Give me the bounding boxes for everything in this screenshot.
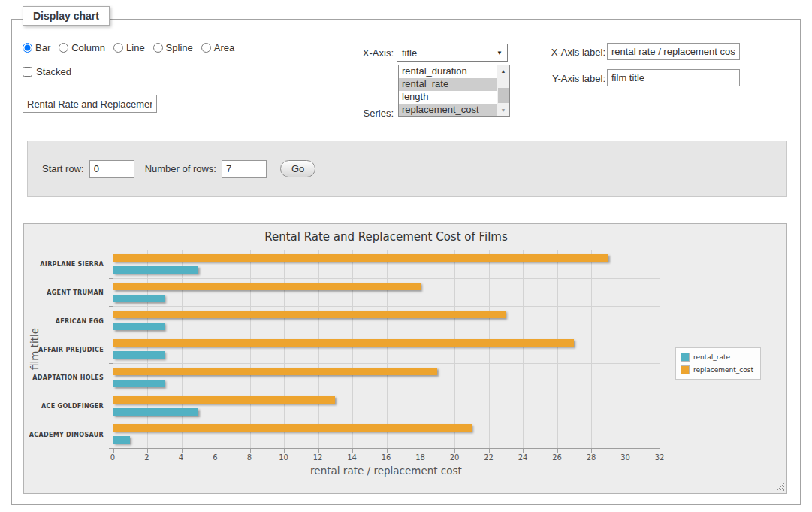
category-band-3 bbox=[113, 335, 660, 363]
radio-label-spline: Spline bbox=[166, 42, 193, 53]
series-listbox-label: Series: bbox=[312, 108, 394, 119]
listbox-option-replacement_cost[interactable]: replacement_cost bbox=[399, 104, 497, 116]
bar-replacement_cost bbox=[113, 424, 472, 432]
category-band-5 bbox=[113, 392, 660, 420]
category-band-2 bbox=[113, 306, 660, 335]
bar-rental_rate bbox=[113, 436, 130, 444]
radio-label-column: Column bbox=[71, 42, 105, 53]
scrollbar-thumb[interactable] bbox=[498, 88, 509, 103]
x-tick-label: 0 bbox=[110, 453, 115, 462]
bar-replacement_cost bbox=[113, 396, 335, 404]
x-axis-tick-mark bbox=[626, 449, 626, 453]
x-tick-label: 26 bbox=[552, 453, 562, 462]
category-label: ACADEMY DINOSAUR bbox=[20, 432, 104, 438]
y-axis-tick-mark bbox=[109, 392, 113, 392]
bar-replacement_cost bbox=[113, 311, 506, 318]
start-row-label: Start row: bbox=[42, 163, 84, 174]
category-label: ADAPTATION HOLES bbox=[20, 374, 104, 381]
y-axis-tick-mark bbox=[109, 420, 113, 420]
x-axis-label-input[interactable] bbox=[607, 43, 740, 60]
x-axis-tick-mark bbox=[147, 449, 148, 453]
series-listbox[interactable]: rental_durationrental_ratelengthreplacem… bbox=[398, 65, 510, 117]
x-tick-label: 8 bbox=[247, 453, 252, 462]
stacked-checkbox[interactable] bbox=[23, 67, 32, 77]
radio-spline[interactable] bbox=[153, 43, 163, 53]
x-axis-tick-mark bbox=[318, 449, 319, 453]
stacked-label: Stacked bbox=[36, 66, 71, 77]
y-axis-tick-mark bbox=[109, 448, 113, 449]
x-axis-tick-mark bbox=[182, 449, 183, 453]
radio-column[interactable] bbox=[59, 43, 68, 53]
radio-bar[interactable] bbox=[23, 43, 32, 53]
y-axis-tick-mark bbox=[109, 250, 113, 250]
radio-label-line: Line bbox=[126, 42, 145, 53]
x-tick-label: 30 bbox=[620, 453, 630, 462]
x-tick-label: 14 bbox=[347, 453, 357, 462]
resize-handle-icon[interactable] bbox=[776, 483, 784, 491]
x-tick-label: 12 bbox=[313, 453, 323, 462]
x-tick-label: 28 bbox=[587, 453, 596, 462]
chart-x-axis-title: rental rate / replacement cost bbox=[113, 465, 660, 477]
chart-legend: rental_ratereplacement_cost bbox=[675, 347, 761, 380]
go-button[interactable]: Go bbox=[280, 160, 315, 177]
x-axis-tick-mark bbox=[352, 449, 353, 453]
x-tick-label: 18 bbox=[415, 453, 425, 462]
scroll-down-icon[interactable]: ▼ bbox=[497, 105, 509, 115]
listbox-option-length[interactable]: length bbox=[399, 91, 497, 104]
chart-x-ticks: 02468101214161820222426283032 bbox=[113, 453, 660, 464]
x-axis-tick-mark bbox=[284, 449, 285, 453]
bar-replacement_cost bbox=[113, 339, 574, 347]
x-tick-label: 32 bbox=[655, 453, 665, 462]
bar-rental_rate bbox=[113, 408, 198, 416]
x-axis-tick-mark bbox=[660, 449, 660, 453]
radio-option-line[interactable]: Line bbox=[113, 42, 145, 53]
x-tick-label: 24 bbox=[518, 453, 528, 462]
grid-line-vertical bbox=[660, 250, 660, 448]
listbox-option-rental_rate[interactable]: rental_rate bbox=[399, 78, 497, 91]
radio-option-bar[interactable]: Bar bbox=[23, 42, 50, 53]
bar-rental_rate bbox=[113, 380, 165, 387]
chart-panel: Rental Rate and Replacement Cost of Film… bbox=[23, 223, 787, 494]
app-window: Display chart BarColumnLineSplineArea St… bbox=[0, 0, 812, 512]
radio-option-spline[interactable]: Spline bbox=[153, 42, 193, 53]
x-tick-label: 20 bbox=[450, 453, 460, 462]
y-axis-tick-mark bbox=[109, 306, 113, 307]
legend-item-rental_rate[interactable]: rental_rate bbox=[681, 353, 753, 362]
x-tick-label: 10 bbox=[279, 453, 288, 462]
series-listbox-options: rental_durationrental_ratelengthreplacem… bbox=[399, 65, 497, 116]
radio-option-column[interactable]: Column bbox=[59, 42, 105, 53]
legend-swatch-replacement_cost bbox=[681, 365, 690, 374]
y-axis-label-input[interactable] bbox=[607, 69, 740, 86]
radio-label-area: Area bbox=[214, 42, 234, 53]
chart-title-input[interactable] bbox=[23, 95, 157, 113]
chart-type-radio-group: BarColumnLineSplineArea bbox=[23, 42, 243, 53]
radio-area[interactable] bbox=[201, 43, 211, 53]
category-label: ACE GOLDFINGER bbox=[20, 403, 104, 410]
y-axis-label-label: Y-Axis label: bbox=[499, 73, 605, 84]
category-label: AFFAIR PREJUDICE bbox=[20, 346, 104, 353]
x-axis-selected-value: title bbox=[402, 47, 417, 59]
num-rows-label: Number of rows: bbox=[145, 163, 216, 174]
y-axis-tick-mark bbox=[109, 278, 113, 279]
chart-category-labels: AIRPLANE SIERRAAGENT TRUMANAFRICAN EGGAF… bbox=[24, 250, 107, 449]
radio-option-area[interactable]: Area bbox=[201, 42, 234, 53]
x-axis-select[interactable]: title ▼ bbox=[397, 44, 508, 62]
x-axis-tick-mark bbox=[557, 449, 558, 453]
x-axis-tick-mark bbox=[591, 449, 592, 453]
category-label: AFRICAN EGG bbox=[20, 317, 104, 324]
legend-label-replacement_cost: replacement_cost bbox=[693, 366, 753, 374]
radio-label-bar: Bar bbox=[35, 42, 50, 53]
category-band-0 bbox=[113, 250, 660, 278]
x-axis-tick-mark bbox=[250, 449, 251, 453]
bar-replacement_cost bbox=[113, 283, 421, 290]
x-tick-label: 22 bbox=[484, 453, 494, 462]
legend-item-replacement_cost[interactable]: replacement_cost bbox=[681, 365, 753, 374]
num-rows-input[interactable] bbox=[222, 160, 267, 178]
category-band-6 bbox=[113, 420, 660, 448]
listbox-option-rental_duration[interactable]: rental_duration bbox=[399, 65, 497, 78]
category-label: AIRPLANE SIERRA bbox=[20, 260, 104, 267]
category-label: AGENT TRUMAN bbox=[20, 289, 104, 295]
radio-line[interactable] bbox=[113, 43, 123, 53]
start-row-input[interactable] bbox=[89, 160, 134, 178]
x-axis-tick-mark bbox=[216, 449, 216, 453]
